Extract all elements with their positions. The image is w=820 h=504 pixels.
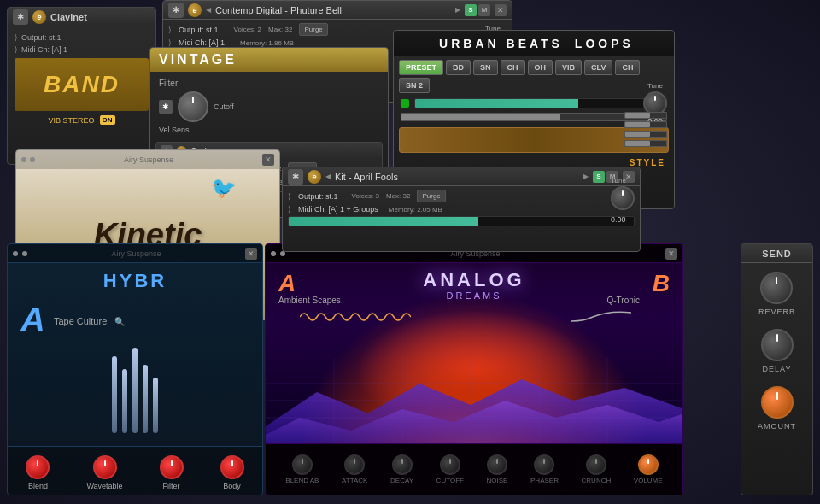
hybrid-tape-group: Tape Culture 🔍 (54, 313, 125, 328)
clavinet-midi-row: ⟩ Midi Ch: [A] 1 (15, 45, 149, 54)
kit-tune-val: 0.00 (611, 215, 626, 224)
contemp-title: Contemp Digital - Phuture Bell (215, 5, 451, 15)
curve-path (571, 312, 631, 321)
contemp-logo: e (188, 3, 202, 17)
analog-mountains-svg (266, 358, 683, 443)
analog-phaser-group: PHASER (530, 454, 559, 484)
urban-sn2-btn[interactable]: SN 2 (399, 78, 430, 93)
clavinet-star-btn[interactable]: ✱ (13, 9, 28, 25)
analog-noise-group: NOISE (487, 454, 508, 484)
clavinet-vib-label: VIB STEREO (48, 116, 94, 125)
analog-dreams-panel: Airy Suspense ✕ ANALOG DREAMS A (265, 243, 683, 495)
contemp-chevron-right[interactable]: ▶ (455, 6, 460, 14)
send-reverb-label: REVERB (758, 308, 795, 316)
hybrid-filter-group: Filter (160, 455, 184, 490)
kinetic-header-label: Airy Suspense (38, 155, 259, 164)
send-amount-knob[interactable] (761, 386, 794, 419)
kit-bpm-fill (289, 217, 478, 226)
hybrid-tape-label: Tape Culture (54, 316, 107, 326)
kit-tune-knob[interactable] (611, 186, 635, 210)
urban-slider-4[interactable] (624, 140, 667, 147)
hybrid-search-icon: 🔍 (114, 317, 125, 326)
urban-oh-btn[interactable]: OH (528, 60, 554, 75)
hybrid-close-btn[interactable]: ✕ (245, 248, 257, 260)
hybrid-a-letter: A (20, 301, 45, 339)
analog-dot-1 (271, 251, 276, 256)
vintage-square-btn[interactable]: ✱ (159, 100, 173, 114)
send-delay-knob[interactable] (761, 329, 794, 361)
analog-volume-knob[interactable] (638, 454, 659, 475)
analog-title-text: ANALOG (266, 270, 682, 290)
analog-noise-knob[interactable] (487, 454, 507, 475)
clavinet-band-display: BAND (15, 58, 149, 111)
kit-chevron-right[interactable]: ▶ (583, 173, 589, 180)
contemp-star-btn[interactable]: ✱ (168, 3, 184, 18)
clavinet-title: Clavinet (50, 12, 87, 22)
analog-phaser-knob[interactable] (534, 454, 554, 475)
clavinet-band-label: BAND (21, 71, 142, 98)
contemp-chevron-left[interactable]: ◀ (206, 6, 211, 14)
analog-decay-label: DECAY (390, 477, 413, 484)
analog-noise-label: NOISE (487, 477, 508, 484)
urban-tune-label: Tune (647, 82, 663, 90)
urban-sliders-area (624, 112, 667, 147)
urban-bpm-bar (414, 98, 667, 108)
urban-ch-btn[interactable]: CH (501, 60, 525, 75)
vintage-cutoff-knob[interactable] (178, 91, 208, 122)
urban-vib-btn[interactable]: VIB (555, 60, 582, 75)
hybrid-line-4 (143, 365, 148, 433)
kit-chevron-left[interactable]: ◀ (325, 173, 331, 180)
kit-output: Output: st.1 (298, 192, 338, 201)
hybrid-filter-knob[interactable] (160, 455, 184, 479)
urban-preset-btn[interactable]: PRESET (399, 60, 443, 75)
send-amount-group: AMOUNT (758, 386, 796, 431)
clavinet-panel: ✱ e Clavinet ⟩ Output: st.1 ⟩ Midi Ch: [… (7, 7, 156, 165)
hybrid-line-2 (122, 369, 127, 433)
urban-ch2-btn[interactable]: CH (615, 60, 640, 75)
contemp-close-button[interactable]: ✕ (495, 4, 507, 16)
analog-cutoff-knob[interactable] (440, 454, 460, 475)
hybrid-blend-knob[interactable] (26, 455, 50, 479)
hybrid-wavetable-knob[interactable] (93, 455, 117, 479)
urban-slider-3[interactable] (624, 131, 667, 138)
urban-slider-2[interactable] (624, 121, 667, 128)
urban-sn-btn[interactable]: SN (473, 60, 498, 75)
kit-star-btn[interactable]: ✱ (288, 169, 303, 185)
contemp-midi-icon: ⟩ (168, 38, 172, 47)
kinetic-dot-1 (21, 157, 26, 162)
hybrid-panel: Airy Suspense ✕ HYBR A Tape Culture 🔍 Bl… (7, 243, 263, 495)
urban-clv-btn[interactable]: CLV (584, 60, 612, 75)
analog-crunch-knob[interactable] (586, 454, 606, 475)
urban-slider-1[interactable] (624, 112, 667, 119)
contemp-purge-button[interactable]: Purge (299, 23, 327, 36)
analog-blend-knob[interactable] (292, 454, 313, 475)
kit-body: ⟩ Output: st.1 Voices: 3 Max: 32 Purge ⟩… (283, 186, 640, 230)
analog-crunch-label: CRUNCH (582, 477, 612, 484)
send-reverb-group: REVERB (758, 272, 795, 316)
analog-close-btn[interactable]: ✕ (665, 248, 677, 260)
kit-header: ✱ e ◀ Kit - April Fools ▶ S M ✕ (283, 167, 640, 186)
kit-tune-label: Tune (611, 177, 626, 185)
kinetic-bird-icon: 🐦 (211, 176, 237, 200)
analog-attack-knob[interactable] (344, 454, 365, 475)
contemp-s-button[interactable]: S (465, 4, 477, 16)
kit-tune-area: Tune 0.00 (611, 171, 635, 226)
hybrid-dot-1 (13, 251, 18, 256)
kit-midi-icon: ⟩ (288, 205, 291, 214)
kit-purge-button[interactable]: Purge (417, 190, 445, 202)
kit-s-button[interactable]: S (593, 171, 605, 183)
analog-decay-knob[interactable] (392, 454, 413, 475)
hybrid-wavetable-label: Wavetable (86, 482, 122, 490)
contemp-m-button[interactable]: M (478, 4, 490, 16)
analog-volume-label: VOLUME (634, 477, 663, 484)
urban-bd-btn[interactable]: BD (446, 60, 471, 75)
kit-bpm-bar (288, 216, 635, 226)
kit-output-row: ⟩ Output: st.1 Voices: 3 Max: 32 Purge (288, 190, 635, 202)
urban-bpm-fill (415, 99, 578, 108)
send-reverb-knob[interactable] (760, 272, 793, 304)
hybrid-knobs-row: Blend Wavetable Filter Body (8, 446, 262, 495)
hybrid-body-knob[interactable] (220, 455, 244, 479)
hybrid-filter-label: Filter (163, 482, 180, 490)
kinetic-close-btn[interactable]: ✕ (262, 154, 274, 166)
kinetic-header: Airy Suspense ✕ (16, 150, 279, 169)
